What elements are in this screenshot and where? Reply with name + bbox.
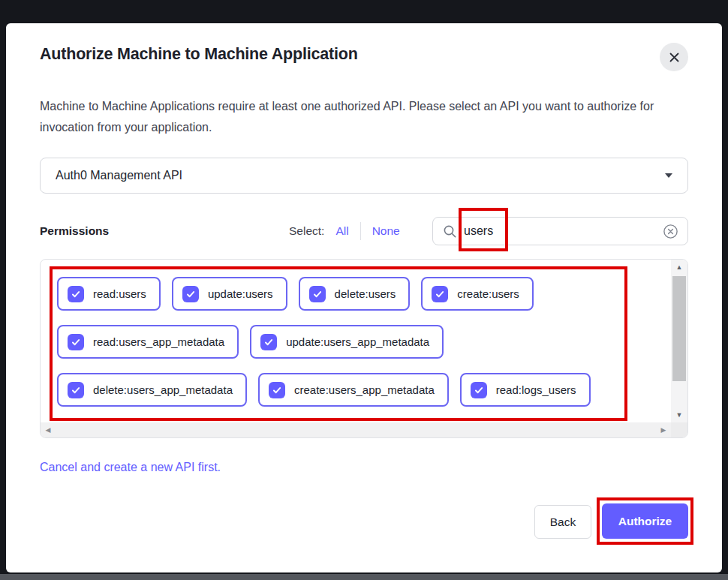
- permission-label: create:users_app_metadata: [294, 383, 435, 396]
- scroll-up-icon[interactable]: ▲: [671, 260, 687, 275]
- back-button[interactable]: Back: [534, 505, 591, 539]
- chip-row: delete:users_app_metadata create:users_a…: [57, 373, 591, 407]
- search-icon: [443, 224, 457, 239]
- permissions-heading: Permissions: [40, 217, 109, 245]
- select-none-link[interactable]: None: [372, 224, 400, 238]
- vertical-scrollbar[interactable]: ▲ ▼: [671, 260, 687, 422]
- permission-chip[interactable]: delete:users_app_metadata: [57, 373, 247, 407]
- scrollbar-corner: [671, 422, 687, 437]
- vertical-scrollbar-thumb[interactable]: [672, 276, 686, 381]
- checkbox-checked-icon[interactable]: [432, 286, 448, 302]
- modal-description: Machine to Machine Applications require …: [40, 96, 670, 137]
- checkbox-checked-icon[interactable]: [68, 334, 84, 350]
- chip-row: read:users_app_metadata update:users_app…: [57, 325, 591, 359]
- close-icon: [669, 52, 680, 63]
- checkbox-checked-icon[interactable]: [68, 382, 84, 398]
- permission-label: delete:users: [335, 287, 396, 300]
- api-select-dropdown[interactable]: Auth0 Management API: [40, 158, 688, 194]
- divider: [360, 222, 361, 240]
- scroll-left-icon[interactable]: ◀: [41, 422, 56, 437]
- checkbox-checked-icon[interactable]: [309, 286, 326, 302]
- chevron-down-icon: [665, 173, 672, 178]
- checkbox-checked-icon[interactable]: [182, 286, 199, 302]
- permission-chip[interactable]: delete:users: [299, 277, 411, 311]
- permission-chip[interactable]: update:users: [172, 277, 287, 311]
- checkbox-checked-icon[interactable]: [260, 334, 277, 350]
- authorize-button[interactable]: Authorize: [602, 503, 688, 539]
- permission-label: read:users_app_metadata: [93, 335, 224, 348]
- permission-label: create:users: [457, 287, 519, 300]
- select-all-none-group: Select: All None: [289, 217, 400, 245]
- cancel-create-api-link[interactable]: Cancel and create a new API first.: [40, 461, 221, 474]
- clear-search-icon[interactable]: [663, 224, 678, 239]
- checkbox-checked-icon[interactable]: [269, 382, 285, 398]
- permission-chip[interactable]: create:users_app_metadata: [258, 373, 449, 407]
- authorize-m2m-modal: Authorize Machine to Machine Application…: [6, 23, 722, 572]
- permission-chip[interactable]: read:logs_users: [460, 373, 591, 407]
- checkbox-checked-icon[interactable]: [471, 382, 487, 398]
- permission-chip[interactable]: read:users_app_metadata: [57, 325, 239, 359]
- permissions-chip-grid: read:users update:users delete:users cre…: [57, 277, 591, 421]
- permission-label: update:users_app_metadata: [286, 335, 429, 348]
- search-input[interactable]: [464, 224, 663, 238]
- api-select-value: Auth0 Management API: [56, 169, 665, 182]
- permission-label: delete:users_app_metadata: [93, 383, 233, 396]
- modal-title: Authorize Machine to Machine Application: [40, 45, 358, 64]
- permission-label: read:logs_users: [496, 383, 576, 396]
- scroll-right-icon[interactable]: ▶: [656, 422, 671, 437]
- scroll-down-icon[interactable]: ▼: [671, 407, 687, 422]
- backdrop-bottom-band: [0, 574, 728, 580]
- select-all-link[interactable]: All: [335, 224, 348, 238]
- permissions-panel: read:users update:users delete:users cre…: [40, 259, 688, 438]
- chip-row: read:users update:users delete:users cre…: [57, 277, 591, 311]
- permission-chip[interactable]: update:users_app_metadata: [250, 325, 444, 359]
- permission-label: update:users: [208, 287, 273, 300]
- permissions-search-box: [432, 217, 688, 245]
- permission-chip[interactable]: create:users: [421, 277, 534, 311]
- permission-label: read:users: [93, 287, 146, 300]
- select-label: Select:: [289, 224, 324, 238]
- close-button[interactable]: [660, 43, 688, 71]
- horizontal-scrollbar[interactable]: ◀ ▶: [41, 422, 671, 437]
- permission-chip[interactable]: read:users: [57, 277, 161, 311]
- checkbox-checked-icon[interactable]: [68, 286, 84, 302]
